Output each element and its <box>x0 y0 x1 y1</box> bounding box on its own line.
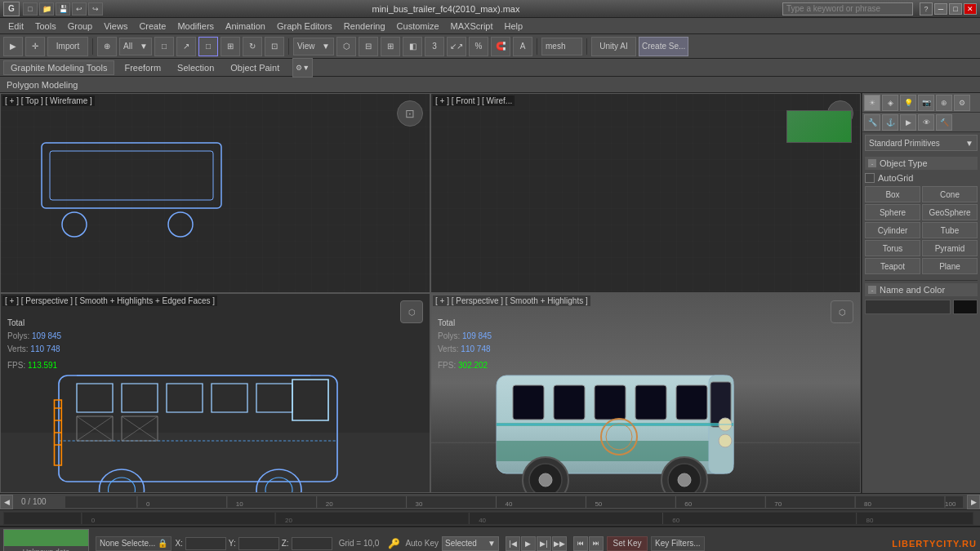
pb-extra-2[interactable]: ⏭ <box>589 536 604 551</box>
graphite-tab[interactable]: Graphite Modeling Tools <box>3 60 114 75</box>
render-icon[interactable]: ◧ <box>403 37 422 56</box>
cameras-icon[interactable]: 📷 <box>918 95 934 111</box>
set-key-button[interactable]: Set Key <box>607 536 648 551</box>
menu-create[interactable]: Create <box>134 20 171 33</box>
timeline-range: 0 / 100 <box>16 497 61 506</box>
menu-edit[interactable]: Edit <box>3 20 29 33</box>
save-icon[interactable]: 💾 <box>56 2 70 16</box>
select-tool[interactable]: ▶ <box>3 37 23 56</box>
collapse-btn[interactable]: - <box>868 159 876 167</box>
sphere-button[interactable]: Sphere <box>865 204 920 220</box>
display-icon[interactable]: ☀ <box>864 95 880 111</box>
more-tools-icon[interactable]: ⚙▼ <box>292 58 313 78</box>
cylinder-button[interactable]: Cylinder <box>865 222 920 238</box>
plane-button[interactable]: Plane <box>922 258 978 274</box>
next-frame-btn[interactable]: ▶▶ <box>552 536 567 551</box>
name-input[interactable] <box>865 300 951 314</box>
color-swatch[interactable] <box>953 300 978 314</box>
search-box[interactable]: Type a keyword or phrase <box>782 2 913 16</box>
selection-tool[interactable]: □ <box>154 37 174 56</box>
tube-button[interactable]: Tube <box>922 222 978 238</box>
primitives-dropdown[interactable]: Standard Primitives ▼ <box>865 135 978 151</box>
snap3d-icon[interactable]: ↙↗ <box>447 37 466 56</box>
help-icon[interactable]: ? <box>920 2 933 16</box>
minimize-button[interactable]: ─ <box>934 3 947 15</box>
systems-icon[interactable]: ⚙ <box>954 95 970 111</box>
motion-icon[interactable]: ▶ <box>900 114 916 131</box>
timeline-track-2[interactable]: 0 20 40 60 80 <box>3 512 973 525</box>
rotate-tool[interactable]: ↻ <box>243 37 262 56</box>
mirror-icon[interactable]: ⊞ <box>381 37 400 56</box>
view-dropdown2[interactable]: View▼ <box>293 38 334 56</box>
prev-frame-btn[interactable]: |◀ <box>506 536 520 551</box>
torus-button[interactable]: Torus <box>865 240 920 256</box>
display2-icon[interactable]: 👁 <box>918 114 934 131</box>
move-tool2[interactable]: ⊞ <box>220 37 240 56</box>
menu-maxscript[interactable]: MAXScript <box>446 20 498 33</box>
z-input[interactable] <box>292 537 332 550</box>
magnet-icon[interactable]: 🧲 <box>491 37 510 56</box>
viewport-bottom-left[interactable]: [ + ] [ Perspective ] [ Smooth + Highlig… <box>0 293 430 493</box>
select-tool2[interactable]: ↗ <box>176 37 196 56</box>
percent-icon[interactable]: % <box>469 37 488 56</box>
viewport-top-left[interactable]: [ + ] [ Top ] [ Wireframe ] ⊡ <box>0 93 430 293</box>
object-paint-tab[interactable]: Object Paint <box>224 61 286 74</box>
cone-button[interactable]: Cone <box>922 186 978 202</box>
menu-tools[interactable]: Tools <box>30 20 61 33</box>
play-btn[interactable]: ▶ <box>521 536 536 551</box>
import-button[interactable]: Import <box>47 37 88 56</box>
select-filter[interactable]: None Selecte... 🔒 <box>96 536 172 551</box>
timeline-next[interactable]: ▶ <box>967 495 980 509</box>
autogrid-checkbox[interactable] <box>865 173 875 183</box>
unity-button[interactable]: Unity AI <box>591 37 636 56</box>
y-input[interactable] <box>238 537 279 550</box>
camera-icon[interactable]: ⬡ <box>336 37 356 56</box>
menu-group[interactable]: Group <box>63 20 98 33</box>
menu-animation[interactable]: Animation <box>220 20 270 33</box>
helpers-icon[interactable]: ⊕ <box>936 95 952 111</box>
play-forward-btn[interactable]: ▶| <box>537 536 551 551</box>
text-icon[interactable]: A <box>513 37 532 56</box>
hierarchy-icon[interactable]: ⚓ <box>882 114 898 131</box>
freeform-tab[interactable]: Freeform <box>118 61 167 74</box>
timeline-prev[interactable]: ◀ <box>0 495 13 509</box>
close-button[interactable]: ✕ <box>964 3 977 15</box>
open-icon[interactable]: 📁 <box>39 2 54 16</box>
menu-modifiers[interactable]: Modifiers <box>172 20 219 33</box>
name-color-collapse[interactable]: - <box>868 286 876 294</box>
teapot-button[interactable]: Teapot <box>865 258 920 274</box>
redo-icon[interactable]: ↪ <box>88 2 103 16</box>
menu-rendering[interactable]: Rendering <box>339 20 390 33</box>
snap2d-icon[interactable]: 3 <box>425 37 444 56</box>
maximize-button[interactable]: □ <box>949 3 962 15</box>
modify-icon[interactable]: 🔧 <box>864 114 880 131</box>
menu-help[interactable]: Help <box>500 20 528 33</box>
new-icon[interactable]: □ <box>23 2 38 16</box>
align-icon[interactable]: ⊟ <box>359 37 378 56</box>
timeline-track[interactable]: 0 10 20 30 40 50 60 70 80 100 <box>65 495 964 509</box>
rect-select[interactable]: □ <box>198 37 218 56</box>
move-tool[interactable]: ✛ <box>25 37 45 56</box>
x-input[interactable] <box>185 537 226 550</box>
menu-views[interactable]: Views <box>99 20 132 33</box>
mesh-dropdown[interactable]: mesh <box>541 38 582 56</box>
geosphere-button[interactable]: GeoSphere <box>922 204 978 220</box>
shapes-icon[interactable]: ◈ <box>882 95 898 111</box>
menu-graph-editors[interactable]: Graph Editors <box>272 20 337 33</box>
selected-dropdown[interactable]: Selected▼ <box>442 536 499 551</box>
create-sel-button[interactable]: Create Se... <box>639 37 688 56</box>
menu-customize[interactable]: Customize <box>392 20 444 33</box>
snap-icon[interactable]: ⊕ <box>97 37 117 56</box>
key-filters-button[interactable]: Key Filters... <box>651 536 705 551</box>
view-dropdown[interactable]: All▼ <box>119 38 152 56</box>
lights-icon[interactable]: 💡 <box>900 95 916 111</box>
pb-extra-1[interactable]: ⏮ <box>573 536 588 551</box>
viewport-top-right[interactable]: [ + ] [ Front ] [ Wiref... ⊡ <box>430 93 861 293</box>
box-button[interactable]: Box <box>865 186 920 202</box>
undo-icon[interactable]: ↩ <box>72 2 87 16</box>
pyramid-button[interactable]: Pyramid <box>922 240 978 256</box>
scale-tool[interactable]: ⊡ <box>265 37 284 56</box>
utilities-icon[interactable]: 🔨 <box>936 114 952 131</box>
viewport-bottom-right[interactable]: [ + ] [ Perspective ] [ Smooth + Highlig… <box>430 293 861 493</box>
selection-tab[interactable]: Selection <box>171 61 220 74</box>
